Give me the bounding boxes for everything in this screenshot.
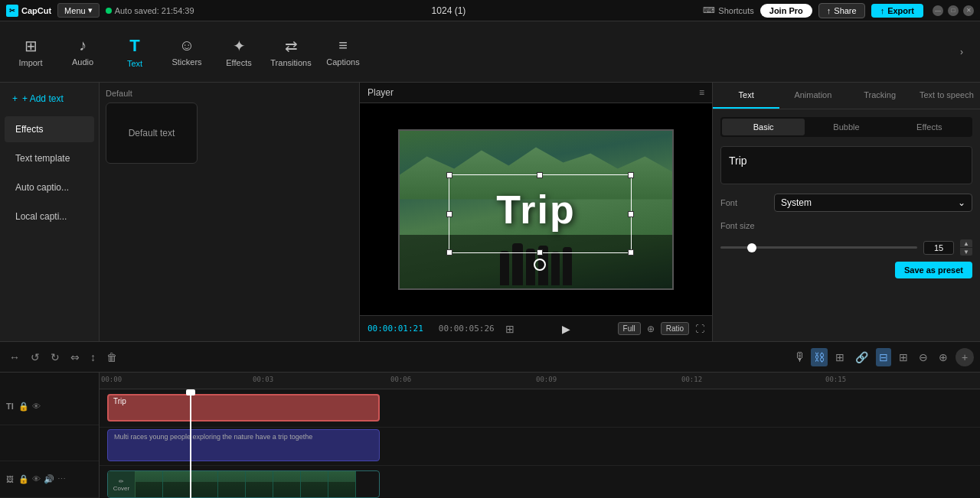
play-button[interactable]: ▶: [562, 323, 570, 335]
handle-top-right[interactable]: [628, 172, 634, 178]
timeline: ↔ ↺ ↻ ⇔ ↕ 🗑 🎙 ⛓ ⊞ 🔗 ⊟ ⊞ ⊖ ⊕ + TI 🔒 👁: [0, 341, 980, 498]
style-tab-basic[interactable]: Basic: [722, 119, 805, 135]
style-tab-bubble[interactable]: Bubble: [805, 119, 887, 135]
nav-auto-caption[interactable]: Auto captio...: [5, 174, 94, 200]
tool-audio-label: Audio: [72, 57, 93, 67]
track-label-video: 🖼 🔒 👁 🔊 ⋯: [0, 461, 99, 498]
tab-text[interactable]: Text: [713, 83, 779, 109]
mic-button[interactable]: 🎙: [794, 350, 806, 364]
video-clip[interactable]: ✏ Cover: [107, 470, 380, 498]
timeline-select-btn[interactable]: ↔: [6, 348, 23, 366]
tool-transitions-label: Transitions: [270, 58, 311, 67]
ratio-button[interactable]: Ratio: [661, 322, 689, 335]
shortcuts-button[interactable]: ⌨ Shortcuts: [703, 5, 753, 15]
rotate-handle[interactable]: [534, 259, 546, 271]
timeline-redo-btn[interactable]: ↻: [47, 348, 63, 366]
text-content-input[interactable]: Trip: [720, 146, 972, 184]
fullscreen-icon[interactable]: ⛶: [695, 324, 704, 334]
eye-icon[interactable]: 👁: [32, 402, 41, 412]
text-clip[interactable]: Trip: [107, 394, 380, 422]
tool-transitions[interactable]: ⇄ Transitions: [266, 24, 315, 80]
font-size-stepper[interactable]: ▲ ▼: [960, 239, 972, 256]
tl-link-btn[interactable]: ⛓: [811, 348, 828, 366]
add-track-button[interactable]: +: [956, 348, 974, 366]
tool-stickers[interactable]: ☺ Stickers: [162, 24, 211, 80]
handle-top-left[interactable]: [446, 172, 452, 178]
font-select[interactable]: System ⌄: [774, 194, 972, 212]
font-size-up[interactable]: ▲: [960, 239, 972, 247]
tool-import[interactable]: ⊞ Import: [6, 24, 55, 80]
timeline-split-btn[interactable]: ⇔: [67, 348, 83, 366]
player-menu-icon[interactable]: ≡: [699, 87, 704, 98]
font-size-value: 15: [923, 241, 954, 255]
nav-text-template[interactable]: Text template: [5, 145, 94, 171]
handle-bottom-left[interactable]: [446, 249, 452, 256]
video-track-icon: 🖼: [6, 475, 14, 483]
timeline-icon[interactable]: ⊞: [505, 323, 514, 335]
tick-15: 00:15: [825, 376, 846, 383]
lock-icon[interactable]: 🔒: [18, 402, 29, 412]
tl-zoom-in-btn[interactable]: ⊕: [936, 348, 951, 366]
handle-bottom-right[interactable]: [628, 249, 634, 256]
tl-magnet-btn[interactable]: ⊞: [832, 348, 848, 366]
toolbar-expand-button[interactable]: ›: [949, 40, 974, 64]
timeline-split-v-btn[interactable]: ↕: [87, 348, 99, 366]
player-title: Player: [368, 87, 394, 98]
nav-effects[interactable]: Effects: [5, 116, 94, 142]
handle-mid-right[interactable]: [628, 211, 634, 217]
menu-button[interactable]: Menu ▾: [57, 3, 100, 18]
text-selection-box[interactable]: [449, 174, 632, 253]
handle-mid-left[interactable]: [446, 211, 452, 217]
tab-animation[interactable]: Animation: [779, 83, 846, 109]
handle-bottom-mid[interactable]: [537, 249, 543, 256]
save-preset-button[interactable]: Save as preset: [895, 262, 972, 278]
time-total: 00:00:05:26: [439, 324, 495, 334]
project-name: 1024 (1): [201, 5, 697, 16]
player-controls: 00:00:01:21 00:00:05:26 ⊞ ▶ Full ⊕ Ratio…: [360, 315, 712, 341]
tab-tts[interactable]: Text to speech: [913, 83, 980, 109]
caption-clip[interactable]: Multi races young people exploring the n…: [107, 429, 380, 461]
maximize-button[interactable]: □: [948, 5, 959, 16]
cover-label: ✏ Cover: [108, 471, 136, 498]
timeline-undo-btn[interactable]: ↺: [28, 348, 43, 366]
style-tab-effects[interactable]: Effects: [888, 119, 971, 135]
tool-text[interactable]: T Text: [110, 24, 159, 80]
handle-top-mid[interactable]: [537, 172, 543, 178]
export-button[interactable]: ↑ Export: [871, 4, 923, 18]
track-caption: Multi races young people exploring the n…: [100, 428, 980, 466]
share-button[interactable]: ↑ Share: [818, 3, 865, 18]
tool-captions[interactable]: ≡ Captions: [318, 24, 368, 80]
tab-tracking[interactable]: Tracking: [847, 83, 913, 109]
tl-zoom-out-btn[interactable]: ⊖: [916, 348, 931, 366]
nav-local-caption[interactable]: Local capti...: [5, 203, 94, 229]
tool-stickers-label: Stickers: [172, 57, 201, 67]
tool-audio[interactable]: ♪ Audio: [58, 24, 107, 80]
tl-snap-btn[interactable]: ⊟: [876, 348, 891, 366]
timeline-delete-btn[interactable]: 🗑: [103, 348, 120, 366]
font-size-down[interactable]: ▼: [960, 248, 972, 256]
tool-effects[interactable]: ✦ Effects: [214, 24, 263, 80]
time-current: 00:00:01:21: [368, 324, 423, 334]
minimize-button[interactable]: —: [933, 5, 943, 16]
default-text-card[interactable]: Default text: [106, 103, 198, 164]
font-size-slider[interactable]: [720, 246, 917, 249]
player-video: Trip: [360, 103, 712, 315]
more-icon[interactable]: ⋯: [57, 474, 66, 484]
tl-lock-btn[interactable]: 🔗: [852, 348, 871, 366]
right-panel: Text Animation Tracking Text to speech B…: [712, 83, 980, 341]
main-toolbar: ⊞ Import ♪ Audio T Text ☺ Stickers ✦ Eff…: [0, 21, 980, 83]
audio-icon-2[interactable]: 🔊: [44, 474, 54, 484]
eye-icon-2[interactable]: 👁: [32, 474, 41, 484]
font-row: Font System ⌄: [720, 194, 972, 212]
add-text-button[interactable]: + + Add text: [5, 87, 94, 110]
lock-icon-2[interactable]: 🔒: [18, 474, 29, 484]
tick-0: 00:00: [101, 376, 122, 383]
full-button[interactable]: Full: [618, 322, 641, 335]
audio-icon: ♪: [79, 37, 87, 54]
timeline-toolbar: ↔ ↺ ↻ ⇔ ↕ 🗑 🎙 ⛓ ⊞ 🔗 ⊟ ⊞ ⊖ ⊕ +: [0, 342, 980, 373]
tl-preview-btn[interactable]: ⊞: [896, 348, 911, 366]
close-button[interactable]: ✕: [963, 5, 974, 16]
join-pro-button[interactable]: Join Pro: [760, 4, 812, 18]
tick-3: 00:03: [253, 376, 273, 383]
zoom-icon[interactable]: ⊕: [647, 324, 655, 334]
